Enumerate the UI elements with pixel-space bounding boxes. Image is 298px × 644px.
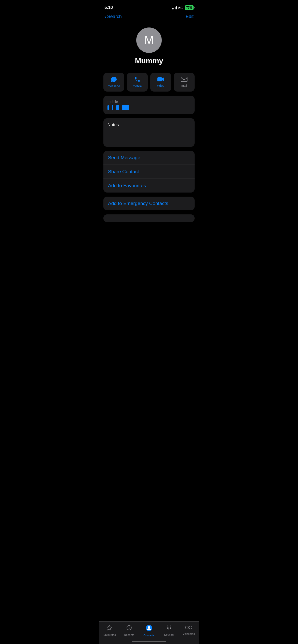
mobile-number-card: mobile <box>103 96 195 114</box>
message-button-label: message <box>108 84 120 88</box>
avatar-initial: M <box>144 34 154 47</box>
video-icon <box>157 77 164 82</box>
battery-indicator: 77% <box>185 5 194 10</box>
svg-rect-0 <box>157 77 162 81</box>
chevron-left-icon: ‹ <box>104 13 106 19</box>
phone-blur-block-4 <box>122 105 129 110</box>
mail-icon <box>181 77 187 82</box>
network-type: 5G <box>178 6 183 10</box>
signal-bar-2 <box>173 8 174 9</box>
svg-rect-1 <box>181 77 187 82</box>
back-button[interactable]: ‹ Search <box>104 14 122 19</box>
action-buttons-row: message mobile video mail <box>99 73 199 92</box>
video-action-button[interactable]: video <box>150 73 171 92</box>
status-right: 5G 77% <box>172 5 194 10</box>
message-icon <box>111 76 117 82</box>
mobile-number-value[interactable] <box>107 105 191 110</box>
signal-bars <box>172 6 177 9</box>
mail-action-button[interactable]: mail <box>174 73 195 92</box>
signal-bar-1 <box>172 8 173 9</box>
phone-blur-block-2 <box>112 105 113 110</box>
phone-icon <box>134 76 140 82</box>
contact-avatar: M <box>136 27 162 53</box>
contact-header: M Mummy <box>99 22 199 73</box>
signal-bar-3 <box>175 7 175 9</box>
mobile-action-button[interactable]: mobile <box>127 73 148 92</box>
status-time: 5:10 <box>104 5 113 10</box>
notes-card: Notes <box>103 118 195 147</box>
phone-blur-block-3 <box>116 105 119 110</box>
signal-bar-4 <box>176 6 177 9</box>
add-to-favourites-button[interactable]: Add to Favourites <box>103 179 195 193</box>
navigation-bar: ‹ Search Edit <box>99 13 199 22</box>
send-message-button[interactable]: Send Message <box>103 151 195 165</box>
battery-percent: 77 <box>186 6 189 9</box>
contact-name: Mummy <box>135 56 163 65</box>
mail-button-label: mail <box>181 84 187 87</box>
add-to-emergency-button[interactable]: Add to Emergency Contacts <box>103 197 195 210</box>
notes-label: Notes <box>107 122 191 127</box>
mobile-card-label: mobile <box>107 100 191 104</box>
status-bar: 5:10 5G 77% <box>99 0 199 13</box>
phone-blur-block-1 <box>107 105 109 110</box>
partial-card <box>103 214 195 222</box>
share-contact-button[interactable]: Share Contact <box>103 165 195 179</box>
message-action-button[interactable]: message <box>103 73 124 92</box>
edit-button[interactable]: Edit <box>186 14 194 19</box>
mobile-button-label: mobile <box>133 84 142 88</box>
back-label: Search <box>107 14 122 19</box>
emergency-card: Add to Emergency Contacts <box>103 197 195 210</box>
video-button-label: video <box>157 84 165 87</box>
action-list-card: Send Message Share Contact Add to Favour… <box>103 151 195 193</box>
